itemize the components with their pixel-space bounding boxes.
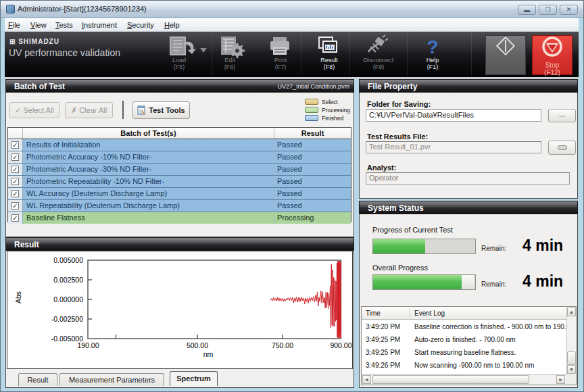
svg-text:900.00: 900.00 [330, 341, 351, 349]
svg-text:750.00: 750.00 [272, 341, 293, 349]
svg-text:0.005000: 0.005000 [53, 256, 83, 264]
svg-text:0.000000: 0.000000 [53, 295, 83, 303]
svg-text:0.002500: 0.002500 [53, 276, 83, 284]
svg-text:-0.002500: -0.002500 [51, 315, 83, 323]
svg-text:?: ? [427, 36, 438, 57]
svg-text:nm: nm [203, 350, 214, 358]
svg-text:190.00: 190.00 [77, 341, 99, 349]
svg-text:Abs: Abs [14, 291, 22, 303]
svg-text:500.00: 500.00 [187, 341, 208, 349]
